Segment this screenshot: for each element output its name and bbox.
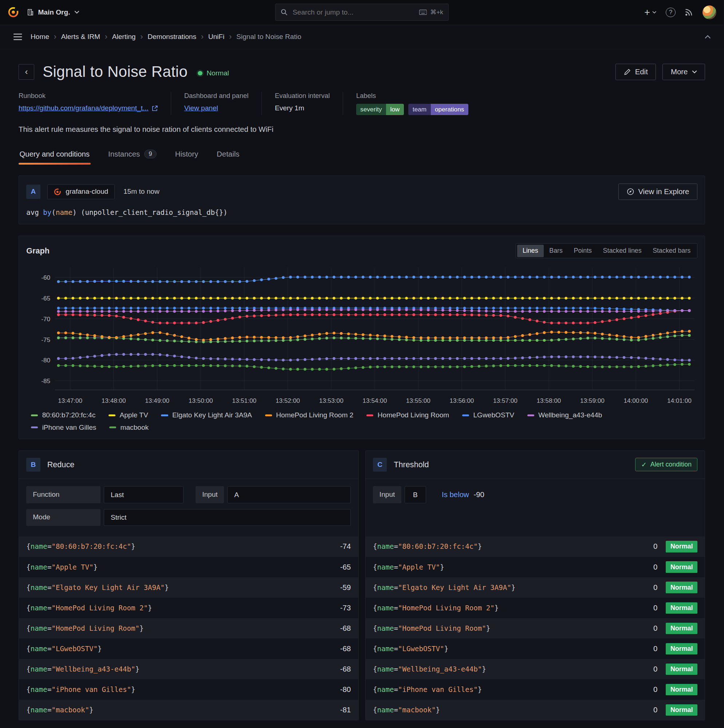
- breadcrumb-item[interactable]: Home: [31, 33, 49, 41]
- legend-label: LGwebOSTV: [473, 411, 514, 419]
- breadcrumb-item[interactable]: Alerting: [112, 33, 136, 41]
- series-label: {name="80:60:b7:20:fc:4c"}: [373, 542, 482, 551]
- reduce-result-row: {name="Apple TV"}-65: [19, 557, 358, 577]
- threshold-result-row: {name="Apple TV"}0Normal: [366, 557, 705, 577]
- org-switcher[interactable]: Main Org.: [27, 8, 80, 16]
- org-name: Main Org.: [38, 8, 70, 16]
- series-label: {name="HomePod Living Room"}: [26, 624, 144, 633]
- breadcrumb-item[interactable]: UniFi: [208, 33, 225, 41]
- label-badges: severitylowteamoperations: [356, 104, 468, 115]
- datasource-picker[interactable]: grafana-cloud: [47, 184, 115, 200]
- chevron-right-icon: ›: [54, 32, 57, 41]
- legend-swatch-icon: [527, 414, 534, 416]
- input-select[interactable]: A: [227, 486, 351, 503]
- legend-item[interactable]: Wellbeing_a43-e44b: [527, 411, 602, 419]
- time-range: 15m to now: [124, 188, 159, 196]
- series-label: {name="HomePod Living Room"}: [373, 624, 490, 633]
- search-container: ⌘+k: [275, 4, 448, 21]
- help-icon[interactable]: ?: [666, 8, 675, 17]
- news-rss-icon[interactable]: [685, 8, 693, 16]
- reduce-value: -68: [340, 665, 351, 673]
- reduce-result-row: {name="LGwebOSTV"}-68: [19, 638, 358, 659]
- state-badge: Normal: [666, 561, 697, 572]
- input-label: Input: [196, 486, 224, 503]
- grafana-logo[interactable]: [7, 6, 19, 18]
- series-label: {name="LGwebOSTV"}: [26, 645, 102, 653]
- threshold-value: 0: [654, 685, 657, 694]
- legend-item[interactable]: HomePod Living Room: [366, 411, 449, 419]
- state-badge: Normal: [666, 684, 697, 695]
- threshold-ref-badge: C: [373, 458, 387, 472]
- state-badge: Normal: [666, 623, 697, 634]
- threshold-panel: C Threshold ✓ Alert condition Input B Is…: [365, 451, 706, 721]
- graph-mode-switcher: LinesBarsPointsStacked linesStacked bars: [516, 243, 697, 258]
- tab-instances[interactable]: Instances9: [107, 145, 157, 165]
- breadcrumb-item[interactable]: Demonstrations: [147, 33, 196, 41]
- graph-mode-stacked-lines[interactable]: Stacked lines: [597, 245, 647, 257]
- legend-item[interactable]: iPhone van Gilles: [31, 424, 96, 431]
- search-box[interactable]: ⌘+k: [275, 4, 448, 21]
- page-title: Signal to Noise Ratio: [43, 63, 188, 81]
- meta-runbook: Runbook https://github.com/grafana/deplo…: [18, 92, 171, 115]
- threshold-value: 0: [654, 665, 657, 673]
- graph-mode-bars[interactable]: Bars: [544, 245, 568, 257]
- svg-text:13:58:00: 13:58:00: [537, 397, 561, 404]
- reduce-result-row: {name="80:60:b7:20:fc:4c"}-74: [19, 537, 358, 557]
- new-dropdown-button[interactable]: +: [644, 8, 656, 17]
- legend-item[interactable]: LGwebOSTV: [462, 411, 514, 419]
- legend-item[interactable]: HomePod Living Room 2: [265, 411, 354, 419]
- threshold-input-select[interactable]: B: [405, 486, 426, 503]
- reduce-ref-badge: B: [26, 458, 40, 472]
- function-select[interactable]: Last: [104, 486, 184, 503]
- legend-label: 80:60:b7:20:fc:4c: [42, 411, 96, 419]
- reduce-value: -65: [340, 563, 351, 571]
- series-label: {name="macbook"}: [373, 706, 440, 714]
- threshold-result-row: {name="HomePod Living Room"}0Normal: [366, 618, 705, 638]
- back-button[interactable]: ‹: [18, 64, 34, 80]
- label-key: team: [408, 104, 430, 115]
- threshold-condition[interactable]: Is below -90: [442, 486, 484, 503]
- user-avatar[interactable]: [703, 5, 716, 19]
- tab-details[interactable]: Details: [216, 145, 240, 165]
- tab-query-and-conditions[interactable]: Query and conditions: [18, 145, 91, 165]
- threshold-result-row: {name="macbook"}0Normal: [366, 700, 705, 720]
- query-expression[interactable]: avg by(name) (unpoller_client_radio_sign…: [26, 208, 697, 217]
- legend-item[interactable]: Apple TV: [109, 411, 148, 419]
- view-in-explore-button[interactable]: View in Explore: [618, 184, 697, 200]
- threshold-value: 0: [654, 583, 657, 592]
- legend-item[interactable]: Elgato Key Light Air 3A9A: [161, 411, 252, 419]
- chevron-right-icon: ›: [229, 32, 232, 41]
- building-icon: [27, 9, 34, 16]
- threshold-value: 0: [654, 624, 657, 633]
- breadcrumb-item[interactable]: Alerts & IRM: [61, 33, 100, 41]
- legend-item[interactable]: 80:60:b7:20:fc:4c: [31, 411, 95, 419]
- graph-mode-stacked-bars[interactable]: Stacked bars: [647, 245, 696, 257]
- edit-button[interactable]: Edit: [615, 64, 656, 80]
- mode-label: Mode: [26, 509, 101, 526]
- menu-icon[interactable]: [11, 31, 24, 43]
- check-icon: ✓: [641, 461, 647, 469]
- threshold-result-row: {name="80:60:b7:20:fc:4c"}0Normal: [366, 537, 705, 557]
- series-label: {name="Elgato Key Light Air 3A9A"}: [373, 583, 515, 592]
- legend-item[interactable]: macbook: [109, 424, 148, 431]
- tab-history[interactable]: History: [174, 145, 199, 165]
- graph-mode-lines[interactable]: Lines: [517, 245, 544, 257]
- legend-label: iPhone van Gilles: [42, 424, 96, 431]
- mode-select[interactable]: Strict: [104, 509, 351, 526]
- grafana-datasource-icon: [54, 188, 61, 196]
- alert-condition-badge: ✓ Alert condition: [635, 458, 697, 471]
- breadcrumb-item[interactable]: Signal to Noise Ratio: [236, 33, 301, 41]
- view-panel-link[interactable]: View panel: [184, 104, 218, 112]
- svg-text:13:49:00: 13:49:00: [145, 397, 170, 404]
- graph-mode-points[interactable]: Points: [568, 245, 597, 257]
- svg-text:13:50:00: 13:50:00: [189, 397, 213, 404]
- svg-text:13:56:00: 13:56:00: [450, 397, 474, 404]
- more-button[interactable]: More: [663, 64, 705, 80]
- threshold-operator: Is below: [442, 491, 469, 499]
- series-label: {name="Elgato Key Light Air 3A9A"}: [26, 583, 168, 592]
- snr-chart[interactable]: 13:47:0013:48:0013:49:0013:50:0013:51:00…: [26, 263, 697, 407]
- search-input[interactable]: [292, 8, 415, 17]
- svg-text:13:51:00: 13:51:00: [232, 397, 257, 404]
- chevron-up-icon[interactable]: [703, 33, 713, 40]
- runbook-link[interactable]: https://github.com/grafana/deployment_t.…: [18, 104, 158, 112]
